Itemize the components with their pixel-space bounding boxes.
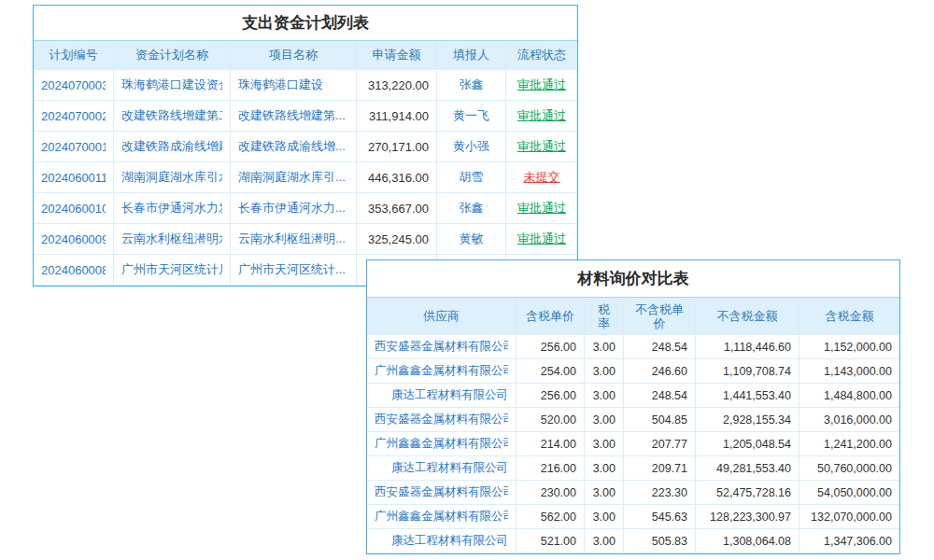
column-header-status: 流程状态 bbox=[506, 41, 577, 70]
plan-name-link[interactable]: 改建铁路线增建第二... bbox=[121, 107, 222, 124]
person-link[interactable]: 张鑫 bbox=[460, 77, 484, 93]
amount-excl-tax-cell: 1,441,553.40 bbox=[696, 384, 800, 408]
amount-incl-tax-cell: 1,241,200.00 bbox=[800, 432, 899, 456]
amount-incl-tax-cell: 50,760,000.00 bbox=[800, 456, 899, 481]
table-row: 2024070003 珠海鹤港口建设资金... 珠海鹤港口建设 313,220.… bbox=[34, 70, 577, 101]
plan-name-link[interactable]: 珠海鹤港口建设资金... bbox=[121, 77, 222, 93]
table-row: 西安盛器金属材料有限公司 256.00 3.00 248.54 1,118,44… bbox=[367, 335, 899, 359]
price-incl-tax-cell: 230.00 bbox=[517, 481, 585, 505]
plan-id-link[interactable]: 2024060010 bbox=[41, 202, 106, 216]
expenditure-table-body: 2024070003 珠海鹤港口建设资金... 珠海鹤港口建设 313,220.… bbox=[34, 70, 577, 286]
supplier-link[interactable]: 广州鑫鑫金属材料有限公司 bbox=[375, 436, 508, 452]
supplier-link[interactable]: 西安盛器金属材料有限公司 bbox=[375, 484, 508, 500]
supplier-link[interactable]: 西安盛器金属材料有限公司 bbox=[375, 412, 508, 427]
status-link[interactable]: 审批通过 bbox=[517, 200, 566, 217]
column-header-tax-rate: 税率 bbox=[585, 298, 624, 335]
expenditure-table-header: 计划编号 资金计划名称 项目名称 申请金额 填报人 流程状态 bbox=[34, 41, 577, 70]
price-excl-tax-cell: 505.83 bbox=[624, 529, 696, 553]
price-incl-tax-cell: 214.00 bbox=[517, 432, 585, 456]
amount-excl-tax-cell: 52,475,728.16 bbox=[696, 481, 800, 505]
tax-rate-cell: 3.00 bbox=[585, 359, 624, 384]
amount-excl-tax-cell: 1,308,064.08 bbox=[696, 529, 800, 553]
amount-excl-tax-cell: 1,118,446.60 bbox=[696, 335, 800, 359]
status-link[interactable]: 未提交 bbox=[524, 169, 560, 186]
plan-name-link[interactable]: 湖南洞庭湖水库引水... bbox=[121, 169, 222, 186]
plan-name-link[interactable]: 云南水利枢纽潜明水... bbox=[121, 231, 222, 247]
tax-rate-cell: 3.00 bbox=[585, 456, 624, 481]
table-row: 西安盛器金属材料有限公司 230.00 3.00 223.30 52,475,7… bbox=[367, 481, 899, 505]
price-excl-tax-cell: 248.54 bbox=[624, 384, 696, 408]
column-header-amount-excl-tax: 不含税金额 bbox=[696, 298, 800, 335]
project-name-link[interactable]: 长春市伊通河水力... bbox=[238, 200, 346, 217]
table-row: 2024060009 云南水利枢纽潜明水... 云南水利枢纽潜明... 325,… bbox=[34, 224, 577, 255]
price-excl-tax-cell: 545.63 bbox=[624, 505, 696, 529]
supplier-link[interactable]: 康达工程材料有限公司 bbox=[391, 533, 508, 549]
tax-rate-cell: 3.00 bbox=[585, 408, 624, 432]
plan-id-link[interactable]: 2024060008 bbox=[41, 263, 106, 277]
price-incl-tax-cell: 520.00 bbox=[517, 408, 585, 432]
amount-excl-tax-cell: 49,281,553.40 bbox=[696, 456, 800, 481]
plan-id-link[interactable]: 2024070001 bbox=[41, 140, 106, 154]
plan-name-link[interactable]: 广州市天河区统计局... bbox=[121, 261, 222, 278]
price-excl-tax-cell: 223.30 bbox=[624, 481, 696, 505]
project-name-link[interactable]: 改建铁路成渝线增... bbox=[238, 138, 346, 155]
supplier-link[interactable]: 西安盛器金属材料有限公司 bbox=[375, 339, 508, 355]
amount-incl-tax-cell: 1,484,800.00 bbox=[800, 384, 899, 408]
price-incl-tax-cell: 254.00 bbox=[517, 359, 585, 384]
amount-incl-tax-cell: 1,152,000.00 bbox=[800, 335, 899, 359]
project-name-link[interactable]: 珠海鹤港口建设 bbox=[238, 77, 323, 93]
price-excl-tax-cell: 246.60 bbox=[624, 359, 696, 384]
supplier-link[interactable]: 康达工程材料有限公司 bbox=[391, 387, 508, 403]
column-header-amount: 申请金额 bbox=[357, 41, 437, 70]
plan-name-link[interactable]: 长春市伊通河水力发... bbox=[121, 200, 222, 217]
price-incl-tax-cell: 521.00 bbox=[517, 529, 585, 553]
tax-rate-cell: 3.00 bbox=[585, 432, 624, 456]
amount-incl-tax-cell: 54,050,000.00 bbox=[800, 481, 899, 505]
supplier-link[interactable]: 广州鑫鑫金属材料有限公司 bbox=[375, 363, 508, 379]
plan-name-link[interactable]: 改建铁路成渝线增建... bbox=[121, 138, 222, 155]
project-name-link[interactable]: 改建铁路线增建第... bbox=[238, 107, 346, 124]
person-link[interactable]: 胡雪 bbox=[460, 169, 484, 186]
supplier-link[interactable]: 康达工程材料有限公司 bbox=[391, 460, 508, 476]
material-inquiry-panel: 材料询价对比表 供应商 含税单价 税率 不含税单价 不含税金额 含税金额 西安盛… bbox=[366, 259, 900, 554]
plan-id-link[interactable]: 2024070003 bbox=[41, 78, 106, 92]
project-name-link[interactable]: 云南水利枢纽潜明... bbox=[238, 231, 346, 247]
table-row: 广州鑫鑫金属材料有限公司 254.00 3.00 246.60 1,109,70… bbox=[367, 359, 899, 384]
status-link[interactable]: 审批通过 bbox=[517, 77, 566, 93]
expenditure-plan-panel: 支出资金计划列表 计划编号 资金计划名称 项目名称 申请金额 填报人 流程状态 … bbox=[33, 5, 578, 287]
amount-cell: 311,914.00 bbox=[357, 101, 437, 132]
tax-rate-cell: 3.00 bbox=[585, 505, 624, 529]
amount-incl-tax-cell: 1,143,000.00 bbox=[800, 359, 899, 384]
project-name-link[interactable]: 湖南洞庭湖水库引... bbox=[238, 169, 346, 186]
tax-rate-cell: 3.00 bbox=[585, 529, 624, 553]
amount-cell: 313,220.00 bbox=[357, 70, 437, 101]
price-excl-tax-cell: 207.77 bbox=[624, 432, 696, 456]
status-link[interactable]: 审批通过 bbox=[517, 231, 566, 247]
supplier-link[interactable]: 广州鑫鑫金属材料有限公司 bbox=[375, 509, 508, 525]
amount-cell: 353,667.00 bbox=[357, 193, 437, 224]
column-header-supplier: 供应商 bbox=[367, 298, 517, 335]
amount-incl-tax-cell: 132,070,000.00 bbox=[800, 505, 899, 529]
column-header-plan-name: 资金计划名称 bbox=[114, 41, 231, 70]
amount-cell: 446,316.00 bbox=[357, 162, 437, 193]
status-link[interactable]: 审批通过 bbox=[517, 107, 566, 124]
page-title-material: 材料询价对比表 bbox=[367, 260, 899, 298]
plan-id-link[interactable]: 2024070002 bbox=[41, 109, 106, 123]
person-link[interactable]: 张鑫 bbox=[460, 200, 484, 217]
person-link[interactable]: 黄一飞 bbox=[453, 107, 489, 124]
amount-excl-tax-cell: 1,109,708.74 bbox=[696, 359, 800, 384]
plan-id-link[interactable]: 2024060011 bbox=[41, 171, 106, 185]
plan-id-link[interactable]: 2024060009 bbox=[41, 232, 106, 246]
price-excl-tax-cell: 248.54 bbox=[624, 335, 696, 359]
project-name-link[interactable]: 广州市天河区统计... bbox=[238, 261, 346, 278]
amount-excl-tax-cell: 128,223,300.97 bbox=[696, 505, 800, 529]
person-link[interactable]: 黄小强 bbox=[453, 138, 489, 155]
price-excl-tax-cell: 504.85 bbox=[624, 408, 696, 432]
status-link[interactable]: 审批通过 bbox=[517, 138, 566, 155]
amount-excl-tax-cell: 2,928,155.34 bbox=[696, 408, 800, 432]
price-incl-tax-cell: 256.00 bbox=[517, 384, 585, 408]
table-row: 康达工程材料有限公司 256.00 3.00 248.54 1,441,553.… bbox=[367, 384, 899, 408]
column-header-amount-incl-tax: 含税金额 bbox=[800, 298, 899, 335]
price-incl-tax-cell: 216.00 bbox=[517, 456, 585, 481]
person-link[interactable]: 黄敏 bbox=[460, 231, 484, 247]
